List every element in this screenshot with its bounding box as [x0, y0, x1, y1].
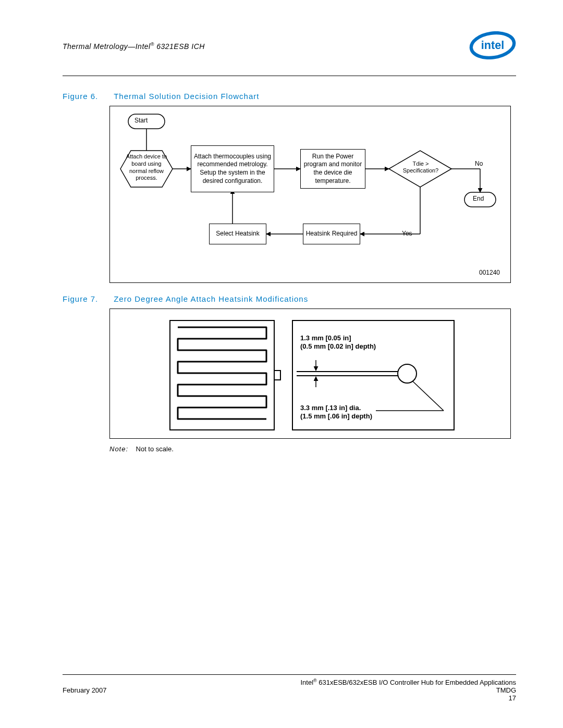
flow-select-hs-box: Select Heatsink	[209, 224, 266, 244]
header-rule	[63, 76, 516, 76]
registered-mark: ®	[151, 42, 154, 47]
page-footer: Intel® 631xESB/632xESB I/O Controller Hu…	[63, 674, 516, 702]
footer-page-number: 17	[63, 694, 516, 702]
fig7-hole-depth: (1.5 mm [.06 in] depth)	[300, 412, 372, 420]
header-text-pre: Thermal Metrology—Intel	[63, 42, 151, 51]
flow-heatsink-req-box: Heatsink Required	[303, 224, 360, 244]
footer-doc-id: TMDG	[496, 686, 516, 694]
figure7-heading: Figure 7. Zero Degree Angle Attach Heats…	[63, 294, 516, 303]
figure6-ref: 001240	[479, 269, 500, 276]
figure6-title: Thermal Solution Decision Flowchart	[114, 92, 259, 101]
flow-select-hs-text: Select Heatsink	[216, 230, 259, 238]
footer-right-post: 631xESB/632xESB I/O Controller Hub for E…	[317, 678, 516, 686]
figure7-title: Zero Degree Angle Attach Heatsink Modifi…	[114, 294, 308, 303]
svg-rect-18	[274, 371, 280, 380]
fig7-hole-dia: 3.3 mm [.13 in] dia.	[300, 404, 361, 412]
figure6-flowchart: Start Attach device to board using norma…	[109, 106, 511, 283]
flow-yes-label: Yes	[402, 230, 412, 237]
flow-attach-device-label: Attach device to board using normal refl…	[125, 153, 168, 182]
figure7-diagram: 1.3 mm [0.05 in] (0.5 mm [0.02 in] depth…	[109, 309, 511, 439]
svg-text:®: ®	[510, 36, 513, 41]
footer-reg: ®	[313, 678, 317, 683]
footer-product-line: Intel® 631xESB/632xESB I/O Controller Hu…	[63, 678, 516, 686]
flow-heatsink-req-text: Heatsink Required	[306, 230, 358, 238]
intel-logo-icon: intel ®	[469, 31, 516, 63]
svg-point-22	[398, 364, 417, 383]
footer-date: February 2007	[63, 686, 107, 694]
svg-rect-17	[170, 320, 274, 430]
fig7-groove-width: 1.3 mm [0.05 in]	[300, 334, 351, 342]
note-text: Not to scale.	[136, 445, 174, 453]
footer-right-pre: Intel	[301, 678, 314, 686]
header-title: Thermal Metrology—Intel® 6321ESB ICH	[63, 42, 205, 51]
flow-run-power-box: Run the Power program and monitor the de…	[300, 149, 365, 189]
fig7-groove-depth: (0.5 mm [0.02 in] depth)	[300, 342, 376, 350]
note-label: Note:	[109, 445, 128, 453]
flow-end-label: End	[473, 195, 484, 202]
figure6-label: Figure 6.	[63, 92, 98, 101]
header-text-post: 6321ESB ICH	[154, 42, 205, 51]
page-header: Thermal Metrology—Intel® 6321ESB ICH int…	[63, 31, 516, 63]
figure7-label: Figure 7.	[63, 294, 98, 303]
footer-rule	[63, 674, 516, 675]
flow-run-power-text: Run the Power program and monitor the de…	[303, 153, 363, 185]
figure6-heading: Figure 6. Thermal Solution Decision Flow…	[63, 92, 516, 101]
figure7-note: Note: Not to scale.	[109, 445, 516, 453]
flow-attach-thermo-text: Attach thermocouples using recommended m…	[193, 153, 272, 185]
svg-text:intel: intel	[481, 39, 504, 52]
flow-attach-thermo-box: Attach thermocouples using recommended m…	[191, 145, 274, 192]
flow-start-label: Start	[134, 117, 148, 124]
flow-no-label: No	[475, 160, 483, 167]
flow-decision-label: Tdie > Specification?	[397, 161, 444, 174]
